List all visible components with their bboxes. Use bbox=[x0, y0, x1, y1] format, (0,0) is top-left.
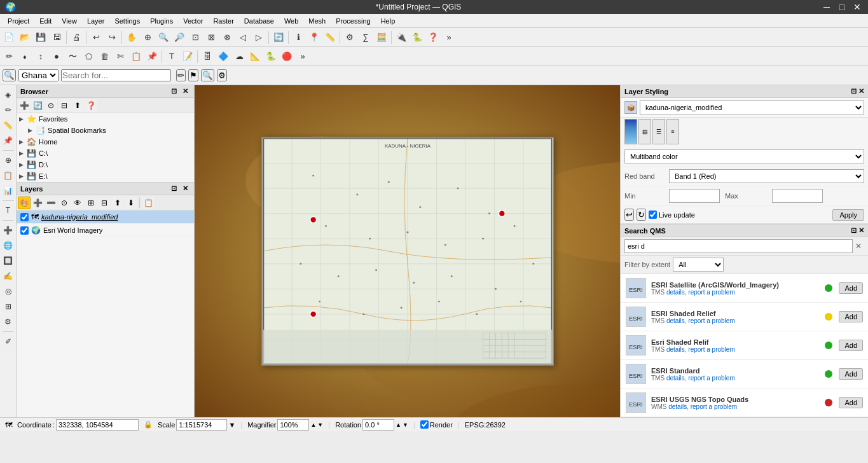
layers-open-btn[interactable]: 🎨 bbox=[18, 197, 31, 209]
browser-refresh-btn[interactable]: 🔄 bbox=[31, 99, 44, 112]
zoom-full-button[interactable]: ⊡ bbox=[188, 30, 203, 45]
qms-problem-link-3[interactable]: report a problem bbox=[688, 375, 734, 382]
search-input[interactable] bbox=[61, 69, 171, 81]
georef-button[interactable]: 📐 bbox=[247, 49, 263, 64]
layers-close-button[interactable]: ✕ bbox=[180, 184, 190, 193]
menu-item-web[interactable]: Web bbox=[279, 16, 303, 26]
vt-digitize2[interactable]: ✍ bbox=[1, 269, 15, 283]
vt-zoom-sel[interactable]: ⊕ bbox=[1, 153, 15, 167]
qms-item-3[interactable]: ESRIESRI StandardTMS details, report a p… bbox=[621, 360, 868, 389]
vt-node[interactable]: ◎ bbox=[1, 284, 15, 298]
redo-button[interactable]: ↪ bbox=[104, 30, 120, 45]
browser-collapse-btn[interactable]: ⊟ bbox=[58, 99, 71, 112]
layer-2-checkbox[interactable] bbox=[20, 226, 29, 235]
qms-details-link-0[interactable]: details bbox=[666, 289, 685, 296]
vt-digitize[interactable]: ✏ bbox=[1, 103, 15, 117]
qms-details-link-4[interactable]: details bbox=[668, 403, 687, 410]
qgis-cloud-button[interactable]: ☁ bbox=[231, 49, 247, 64]
browser-e-drive[interactable]: ▶ 💾 E:\ bbox=[17, 170, 194, 182]
scale-input[interactable] bbox=[176, 419, 227, 431]
menu-item-view[interactable]: View bbox=[57, 16, 82, 26]
ramp-icon-1[interactable] bbox=[624, 119, 637, 144]
identify-button[interactable]: ℹ bbox=[291, 30, 306, 45]
layers-up-btn[interactable]: ⬆ bbox=[111, 197, 124, 209]
qms-add-btn-2[interactable]: Add bbox=[839, 340, 863, 351]
layers-down-btn[interactable]: ⬇ bbox=[125, 197, 137, 209]
styling-icon-source[interactable]: 📦 bbox=[624, 101, 637, 114]
zoom-out-button[interactable]: 🔎 bbox=[172, 30, 187, 45]
qms-problem-link-2[interactable]: report a problem bbox=[688, 346, 734, 353]
layers-float-button[interactable]: ⊡ bbox=[169, 184, 179, 193]
menu-item-project[interactable]: Project bbox=[3, 16, 34, 26]
qms-clear-button[interactable]: ✕ bbox=[853, 242, 864, 251]
vt-select-features[interactable]: ◈ bbox=[1, 88, 15, 102]
country-selector[interactable]: Ghana bbox=[18, 69, 59, 81]
vt-add-vector[interactable]: ➕ bbox=[1, 223, 15, 237]
qms-search-input[interactable]: esri d bbox=[624, 239, 853, 253]
menu-item-processing[interactable]: Processing bbox=[331, 16, 375, 26]
layers-expand-btn[interactable]: ⊞ bbox=[85, 197, 97, 209]
browser-help-btn[interactable]: ❓ bbox=[85, 99, 97, 112]
layer-item-2[interactable]: 🌍 Esri World Imagery bbox=[17, 224, 194, 237]
menu-item-mesh[interactable]: Mesh bbox=[303, 16, 331, 26]
vt-add-raster[interactable]: 🌐 bbox=[1, 238, 15, 252]
annotation-button[interactable]: 📝 bbox=[180, 49, 195, 64]
qms-details-link-3[interactable]: details bbox=[666, 375, 685, 382]
red-band-selector[interactable]: Band 1 (Red) bbox=[669, 169, 864, 183]
browser-d-drive[interactable]: ▶ 💾 D:\ bbox=[17, 159, 194, 170]
browser-close-button[interactable]: ✕ bbox=[180, 87, 190, 95]
qms-problem-link-1[interactable]: report a problem bbox=[688, 317, 734, 324]
min-input[interactable] bbox=[669, 189, 720, 203]
styling-layer-selector[interactable]: kaduna-nigeria_modified bbox=[640, 100, 864, 114]
layers-props-btn[interactable]: 📋 bbox=[142, 197, 155, 209]
zoom-last-button[interactable]: ◁ bbox=[235, 30, 251, 45]
copy-feature-button[interactable]: 📋 bbox=[128, 49, 144, 64]
more2-button[interactable]: » bbox=[295, 49, 310, 64]
move-feature-button[interactable]: ↕ bbox=[33, 49, 48, 64]
cut-feature-button[interactable]: ✄ bbox=[113, 49, 128, 64]
processing-button[interactable]: ⚙ bbox=[342, 30, 357, 45]
pan-to-sel-button[interactable]: ⊕ bbox=[140, 30, 155, 45]
plugins-button[interactable]: 🔌 bbox=[394, 30, 409, 45]
menu-item-database[interactable]: Database bbox=[239, 16, 279, 26]
menu-item-edit[interactable]: Edit bbox=[34, 16, 57, 26]
scale-dropdown[interactable]: ▼ bbox=[228, 421, 235, 429]
coordinate-input[interactable] bbox=[56, 419, 139, 431]
undo-button[interactable]: ↩ bbox=[88, 30, 104, 45]
live-update-checkbox[interactable] bbox=[649, 211, 657, 219]
qms-add-btn-3[interactable]: Add bbox=[839, 368, 863, 380]
new-project-button[interactable]: 📄 bbox=[1, 30, 17, 45]
digitize-button[interactable]: ✏ bbox=[1, 49, 17, 64]
layer-1-checkbox[interactable] bbox=[20, 213, 29, 221]
refresh-button[interactable]: 🔄 bbox=[271, 30, 286, 45]
magnifier-spin-down[interactable]: ▼ bbox=[317, 422, 323, 428]
qms-close-btn[interactable]: ✕ bbox=[858, 226, 864, 235]
browser-home[interactable]: ▶ 🏠 Home bbox=[17, 136, 194, 148]
render-checkbox[interactable] bbox=[420, 420, 429, 429]
locate-zoom-button[interactable]: 🔍 bbox=[201, 69, 214, 81]
open-project-button[interactable]: 📂 bbox=[17, 30, 32, 45]
browser-c-drive[interactable]: ▶ 💾 C:\ bbox=[17, 148, 194, 159]
menu-item-help[interactable]: Help bbox=[376, 16, 401, 26]
apply-button[interactable]: Apply bbox=[832, 209, 864, 221]
qms-float-btn[interactable]: ⊡ bbox=[851, 226, 857, 235]
save-as-button[interactable]: 🖫 bbox=[49, 30, 64, 45]
add-poly-button[interactable]: ⬠ bbox=[81, 49, 96, 64]
red-plugin-button[interactable]: 🔴 bbox=[279, 49, 294, 64]
browser-favorites[interactable]: ▶ ⭐ Favorites bbox=[17, 113, 194, 125]
vt-edit[interactable]: ✐ bbox=[1, 335, 15, 349]
print-button[interactable]: 🖨 bbox=[69, 30, 84, 45]
vt-form[interactable]: 📋 bbox=[1, 169, 15, 183]
rotation-spin-down[interactable]: ▼ bbox=[403, 422, 408, 428]
browser-float-button[interactable]: ⊡ bbox=[169, 87, 179, 95]
locate-settings-button[interactable]: ⚙ bbox=[217, 69, 227, 81]
ramp-icon-2[interactable]: ▤ bbox=[638, 119, 651, 144]
layers-toggle-btn[interactable]: 👁 bbox=[71, 197, 84, 209]
menu-item-raster[interactable]: Raster bbox=[208, 16, 238, 26]
vt-plugin[interactable]: ⚙ bbox=[1, 315, 15, 329]
locate-pencil-button[interactable]: ✏ bbox=[176, 69, 186, 81]
apply-auto-button[interactable]: ↻ bbox=[637, 209, 646, 221]
menu-item-layer[interactable]: Layer bbox=[82, 16, 110, 26]
magnifier-spin-up[interactable]: ▲ bbox=[310, 422, 316, 428]
qms-item-1[interactable]: ESRIESRI Shaded ReliefTMS details, repor… bbox=[621, 303, 868, 331]
